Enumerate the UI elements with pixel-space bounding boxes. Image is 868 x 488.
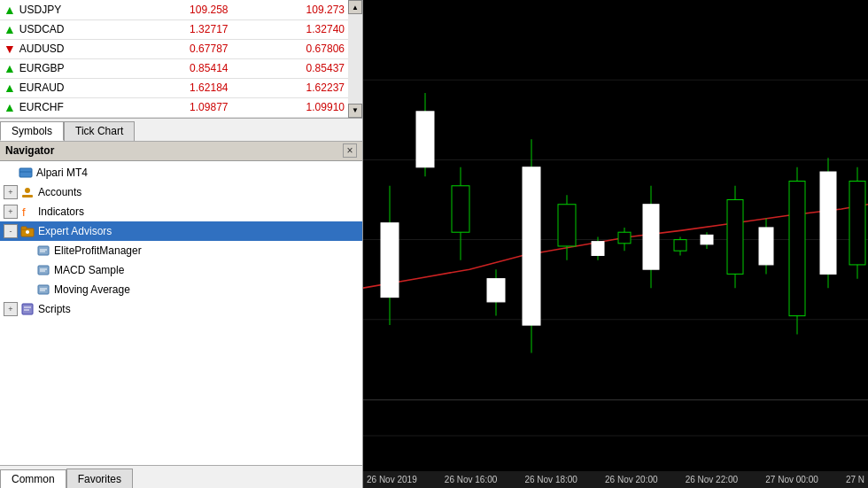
svg-rect-27 [381, 223, 399, 298]
tab-symbols[interactable]: Symbols [0, 121, 64, 141]
svg-rect-12 [38, 266, 49, 275]
svg-rect-55 [820, 172, 836, 274]
table-row[interactable]: ▲ EURCHF 1.09877 1.09910 [0, 97, 348, 117]
chart-bottom-panel [363, 399, 868, 470]
time-label: 26 Nov 2019 [367, 475, 417, 484]
ea-folder-icon [19, 223, 35, 239]
symbol-name: USDJPY [19, 4, 61, 16]
svg-rect-3 [22, 195, 33, 198]
symbol-name: EURGBP [19, 62, 65, 74]
tree-label-expert-advisors: Expert Advisors [38, 225, 112, 237]
svg-rect-39 [592, 242, 604, 256]
svg-rect-15 [38, 285, 49, 294]
symbol-name: AUDUSD [19, 43, 65, 55]
scroll-down-btn[interactable]: ▼ [348, 104, 362, 118]
tree-item-scripts[interactable]: +Scripts [0, 299, 362, 319]
tree-label-elite: EliteProfitManager [54, 244, 142, 257]
arrow-icon: ▼ [4, 42, 16, 56]
table-row[interactable]: ▲ EURAUD 1.62184 1.62237 [0, 78, 348, 97]
time-label: 26 Nov 16:00 [445, 475, 498, 484]
svg-point-2 [25, 188, 30, 193]
tree-label-moving-avg: Moving Average [54, 283, 130, 296]
expand-btn-indicators[interactable]: + [4, 205, 18, 219]
chart-main[interactable] [363, 0, 868, 399]
svg-rect-57 [849, 182, 865, 265]
svg-rect-29 [416, 112, 434, 167]
svg-rect-47 [701, 235, 713, 244]
ask-price: 0.67806 [232, 39, 349, 58]
candlestick-chart [363, 0, 868, 399]
expand-btn-accounts[interactable]: + [4, 185, 18, 199]
arrow-icon: ▲ [4, 61, 16, 75]
svg-rect-33 [487, 279, 505, 302]
bottom-indicator [363, 400, 868, 471]
market-watch-tabs: Symbols Tick Chart [0, 119, 362, 142]
tree-item-elite[interactable]: EliteProfitManager [0, 241, 362, 260]
svg-text:f: f [22, 205, 26, 219]
ask-price: 1.09910 [232, 97, 349, 117]
expand-btn-scripts[interactable]: + [4, 302, 18, 316]
expand-btn-expert-advisors[interactable]: - [4, 224, 18, 238]
arrow-icon: ▲ [4, 81, 16, 95]
scroll-up-btn[interactable]: ▲ [348, 0, 362, 14]
svg-rect-51 [759, 228, 773, 265]
time-label: 27 Nov 00:00 [765, 475, 818, 484]
svg-rect-31 [452, 186, 469, 232]
svg-rect-9 [38, 246, 49, 255]
ea-item-icon [35, 243, 51, 259]
ask-price: 0.85437 [232, 58, 349, 78]
tab-tick-chart[interactable]: Tick Chart [64, 121, 135, 141]
svg-rect-45 [674, 240, 686, 252]
ea-item-icon [35, 282, 51, 298]
navigator-close-btn[interactable]: × [343, 143, 357, 158]
arrow-icon: ▲ [4, 22, 16, 36]
table-row[interactable]: ▲ USDCAD 1.32717 1.32740 [0, 19, 348, 39]
bid-price: 0.67787 [115, 39, 232, 58]
svg-rect-37 [558, 205, 576, 246]
navigator-tree: Alpari MT4+Accounts+fIndicators-Expert A… [0, 161, 362, 466]
svg-rect-0 [19, 168, 32, 177]
navigator-header: Navigator × [0, 142, 362, 161]
tree-item-indicators[interactable]: +fIndicators [0, 202, 362, 221]
bid-price: 109.258 [115, 0, 232, 19]
ask-price: 1.32740 [232, 19, 349, 39]
bid-price: 0.85414 [115, 58, 232, 78]
tree-item-accounts[interactable]: +Accounts [0, 182, 362, 202]
symbols-table: ▲ USDJPY 109.258 109.273 ▲ USDCAD 1.3271… [0, 0, 362, 119]
chart-area: 26 Nov 201926 Nov 16:0026 Nov 18:0026 No… [363, 0, 868, 488]
svg-rect-18 [22, 304, 33, 314]
tree-item-expert-advisors[interactable]: -Expert Advisors [0, 221, 362, 241]
tree-label-macd: MACD Sample [54, 264, 124, 276]
symbols-scrollbar[interactable]: ▲ ▼ [348, 0, 362, 118]
bid-price: 1.09877 [115, 97, 232, 117]
accounts-icon [19, 184, 35, 200]
broker-icon [18, 165, 34, 181]
bid-price: 1.62184 [115, 78, 232, 97]
symbol-name: EURCHF [19, 101, 64, 113]
tab-favorites[interactable]: Favorites [66, 469, 133, 488]
tree-label-alpari: Alpari MT4 [36, 167, 88, 179]
svg-rect-49 [727, 200, 743, 275]
table-row[interactable]: ▼ AUDUSD 0.67787 0.67806 [0, 39, 348, 58]
svg-rect-35 [523, 167, 540, 325]
scripts-icon [19, 301, 35, 317]
navigator-bottom-tabs: Common Favorites [0, 465, 362, 488]
time-label: 26 Nov 20:00 [605, 475, 658, 484]
tree-item-alpari[interactable]: Alpari MT4 [0, 163, 362, 182]
svg-rect-53 [789, 182, 805, 316]
arrow-icon: ▲ [4, 3, 16, 17]
ea-item-icon [35, 262, 51, 278]
table-row[interactable]: ▲ EURGBP 0.85414 0.85437 [0, 58, 348, 78]
ask-price: 1.62237 [232, 78, 349, 97]
tree-item-moving-avg[interactable]: Moving Average [0, 280, 362, 299]
svg-rect-41 [618, 232, 631, 244]
symbol-name: EURAUD [19, 81, 65, 94]
tab-common[interactable]: Common [0, 469, 66, 489]
svg-rect-43 [643, 205, 659, 269]
ask-price: 109.273 [232, 0, 349, 19]
tree-item-macd[interactable]: MACD Sample [0, 260, 362, 280]
scroll-track [348, 14, 362, 104]
tree-label-indicators: Indicators [38, 205, 84, 218]
table-row[interactable]: ▲ USDJPY 109.258 109.273 [0, 0, 348, 19]
time-label: 26 Nov 22:00 [686, 475, 739, 484]
